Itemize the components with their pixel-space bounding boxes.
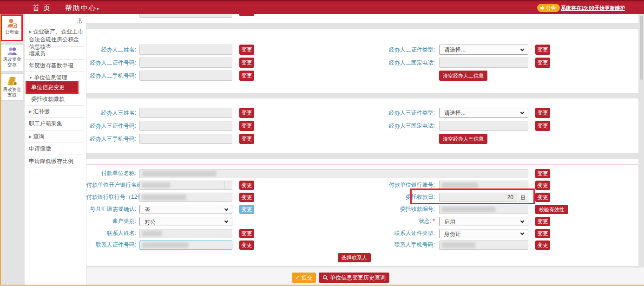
operator3-phone-input[interactable] [139,134,232,144]
payer-name-label: 付款单位名称: [86,169,136,178]
sidebar-item-label: 单位信息变更 [31,84,65,91]
anchor-icon [77,18,83,26]
change-button-disabled[interactable]: 变更 [239,205,254,214]
change-button[interactable]: 变更 [239,108,254,118]
account-type-label: 账户类别: [86,216,136,226]
change-button[interactable]: 变更 [239,181,254,190]
change-button[interactable]: 变更 [239,45,254,55]
change-button[interactable]: 变更 [535,108,550,118]
rail-item-label: 房改资金支取 [1,87,23,99]
history-query-button[interactable]: 单位信息变更历史查询 [319,273,389,283]
change-button[interactable]: 变更 [535,229,550,238]
contact-idtype-select[interactable]: 身份证 [439,229,528,238]
speaker-icon [540,6,545,10]
redacted-value [442,182,478,188]
status-select[interactable]: 启用 [439,217,528,226]
operator3-tel-label: 经办人三固定电话: [347,121,435,131]
change-button[interactable]: 变更 [535,193,550,202]
rail-item-provident-fund[interactable]: 公积金 [1,15,23,42]
payer-bank-account-label: 付款单位银行账号: [347,180,435,189]
operator3-id-label: 经办人三证件号码: [86,121,136,131]
chevron-down-icon: ▾ [97,6,99,11]
clipped-input[interactable] [139,14,232,18]
contact-phone-label: 联系人手机号码: [347,240,435,249]
operator2-name-input[interactable] [139,45,232,55]
sidebar-item-apply-lower-ratio[interactable]: 申请降低缴存比例 [29,157,84,165]
change-button[interactable]: 变更 [239,71,254,81]
app-rail: 公积金 房改资金交存 房改资金支取 [0,14,25,286]
operator2-idtype-select[interactable]: 请选择... [439,45,528,55]
sidebar-item-label: 职工户籍采集 [29,120,62,127]
operator2-tel-input[interactable] [439,58,528,68]
operator2-phone-label: 经办人二手机号码: [86,71,136,81]
sidebar-item-add-remove-staff[interactable]: 增减员 [29,50,84,57]
selected-value: 身份证 [444,229,461,239]
selected-value: 否 [145,205,150,214]
monthly-confirm-select[interactable]: 否 [139,205,232,214]
pick-contact-button[interactable]: 选择联系人 [338,253,371,262]
sidebar-item-label: 单位信息管理 [34,74,67,81]
payer-bank-name-label: 付款单位开户银行名称: [86,180,136,189]
clear-operator2-button[interactable]: 清空经办人二信息 [439,71,487,81]
redacted-value [142,171,217,176]
divider [26,155,85,155]
sidebar-item-query[interactable]: ▶查询 [29,133,84,141]
caret-right-icon: ▶ [29,30,32,34]
redacted-value [142,231,162,236]
change-button[interactable]: 变更 [535,45,550,55]
sidebar-item-label: 委托收款缴款 [31,96,65,102]
change-button[interactable]: 变更 [239,229,254,238]
account-type-select[interactable]: 对公 [139,217,232,226]
top-header: 首 页 帮助中心▾ 公告 系统将在19:00开始更新维护 [0,0,644,14]
sidebar-item-enterprise-check[interactable]: ▶企业破产、企业上市合法合规住房公积金信息核查 [29,28,84,51]
submit-button[interactable]: ✓提交 [292,273,316,283]
divider [26,59,85,60]
rail-item-housing-reform-deposit[interactable]: 房改资金交存 [1,45,23,71]
clear-operator3-button[interactable]: 清空经办人三信息 [439,134,487,144]
operator3-phone-label: 经办人三手机号码: [86,134,136,144]
sidebar-item-apply-deferral[interactable]: 申请缓缴 [29,145,84,152]
divider [26,168,85,168]
selected-value: 对公 [145,217,156,227]
change-button[interactable]: 变更 [239,58,254,68]
nav-home[interactable]: 首 页 [33,1,51,14]
sidebar-item-unit-info-change[interactable]: 单位信息变更 [26,82,79,93]
operator3-tel-input[interactable] [439,121,528,131]
change-button[interactable]: 变更 [535,240,550,250]
change-button[interactable] [239,14,254,16]
redacted-value [142,182,170,188]
change-button[interactable]: 变更 [239,240,254,250]
change-button[interactable]: 变更 [535,169,550,178]
operator2-id-input[interactable] [139,58,232,68]
change-button[interactable]: 变更 [239,121,254,131]
sidebar-item-unit-info-mgmt[interactable]: ▼单位信息管理 [29,74,84,82]
operator2-phone-input[interactable] [139,71,232,81]
change-button[interactable]: 变更 [239,134,254,144]
rail-item-housing-reform-withdraw[interactable]: 房改资金支取 [1,74,23,100]
operator2-id-label: 经办人二证件号码: [86,58,136,68]
operator3-idtype-select[interactable]: 请选择... [439,108,528,118]
change-button[interactable]: 变更 [535,121,550,131]
change-button[interactable]: 变更 [239,193,254,202]
scrollbar-thumb[interactable] [640,16,643,80]
sidebar-item-supplementary-pay[interactable]: ▶汇补缴 [29,108,84,116]
change-button[interactable]: 变更 [535,58,550,68]
nav-help-center[interactable]: 帮助中心▾ [65,1,99,14]
change-button[interactable]: 变更 [535,181,550,190]
coins-icon [7,76,18,86]
divider [26,105,85,106]
caret-right-icon: ▶ [29,135,32,139]
change-button[interactable]: 变更 [535,217,550,226]
operator2-name-label: 经办人二姓名: [86,45,136,55]
operator2-idtype-label: 经办人二证件类型: [347,45,435,55]
maintenance-notice-link[interactable]: 系统将在19:00开始更新维护 [561,5,625,12]
operator3-id-input[interactable] [139,121,232,131]
validate-button[interactable]: 校验有效性 [535,205,568,214]
caret-down-icon: ▼ [29,76,33,80]
sidebar-item-annual-base-declare[interactable]: 年度缴存基数申报 [29,62,84,69]
chevron-down-icon [224,219,228,223]
operator3-name-input[interactable] [139,108,232,118]
sidebar-item-staff-household-collect[interactable]: 职工户籍采集 [29,120,84,127]
sidebar-item-entrusted-collection[interactable]: 委托收款缴款 [31,95,86,103]
redacted-value [442,207,495,212]
